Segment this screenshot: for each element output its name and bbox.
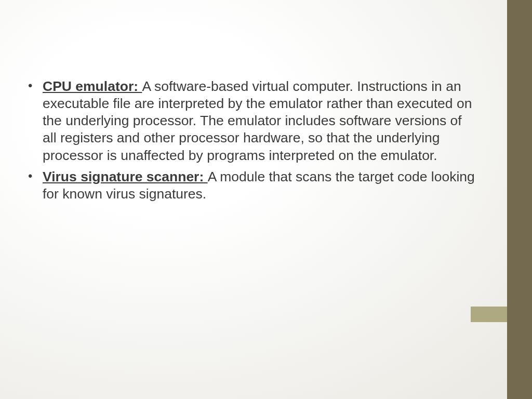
slide: CPU emulator: A software-based virtual c…: [0, 0, 532, 399]
bullet-item: Virus signature scanner: A module that s…: [25, 168, 477, 203]
theme-sidebar-dark: [507, 0, 532, 399]
theme-sidebar-accent: [471, 307, 507, 322]
term-label: Virus signature scanner:: [43, 169, 208, 184]
bullet-list: CPU emulator: A software-based virtual c…: [25, 78, 477, 203]
term-label: CPU emulator:: [43, 78, 142, 94]
bullet-item: CPU emulator: A software-based virtual c…: [25, 78, 477, 164]
slide-content: CPU emulator: A software-based virtual c…: [25, 78, 477, 207]
